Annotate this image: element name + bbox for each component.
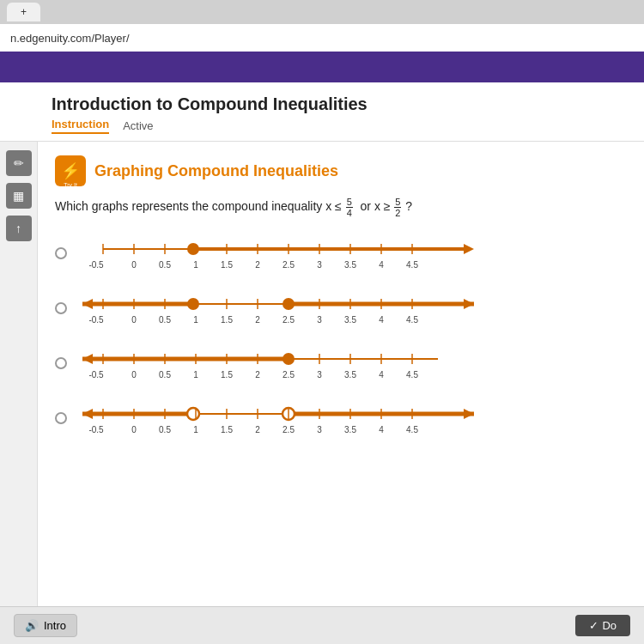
- section-title: Graphing Compound Inequalities: [94, 162, 338, 180]
- svg-text:1.5: 1.5: [221, 315, 233, 325]
- svg-text:-0.5: -0.5: [88, 370, 104, 380]
- svg-point-86: [187, 408, 199, 420]
- svg-text:-0.5: -0.5: [88, 425, 104, 434]
- svg-text:3.5: 3.5: [344, 260, 356, 270]
- svg-text:0.5: 0.5: [159, 260, 171, 270]
- svg-text:1.5: 1.5: [221, 260, 233, 270]
- purple-header-bar: [0, 52, 644, 82]
- svg-text:4: 4: [379, 260, 384, 270]
- radio-btn-2[interactable]: [55, 302, 67, 314]
- svg-text:3: 3: [317, 315, 322, 325]
- svg-text:4: 4: [379, 370, 384, 380]
- pencil-icon[interactable]: ✏: [6, 150, 32, 176]
- svg-text:3.5: 3.5: [344, 425, 356, 434]
- svg-point-3: [187, 243, 199, 255]
- option-row-3: -0.5 0 0.5 1 1.5 2 2.5 3 3.5 4 4.5: [55, 342, 627, 385]
- svg-text:0.5: 0.5: [159, 315, 171, 325]
- svg-point-31: [187, 298, 199, 310]
- svg-text:1: 1: [193, 260, 198, 270]
- svg-text:1.5: 1.5: [221, 370, 233, 380]
- options-list: -0.5 0 0.5 1 1.5 2 2.5 3 3.5 4 4.5: [55, 232, 627, 440]
- arrow-up-icon[interactable]: ↑: [6, 216, 32, 241]
- check-icon: ✓: [589, 619, 598, 632]
- number-line-1: -0.5 0 0.5 1 1.5 2 2.5 3 3.5 4 4.5: [77, 232, 627, 275]
- number-line-2: -0.5 0 0.5 1 1.5 2 2.5 3 3.5 4 4.5: [77, 287, 627, 330]
- svg-text:-0.5: -0.5: [88, 260, 104, 270]
- main-content: Introduction to Compound Inequalities In…: [0, 82, 644, 644]
- intro-button[interactable]: 🔊 Intro: [14, 614, 77, 637]
- svg-text:2: 2: [255, 315, 260, 325]
- calculator-icon[interactable]: ▦: [6, 183, 32, 209]
- radio-btn-4[interactable]: [55, 412, 67, 424]
- number-line-3: -0.5 0 0.5 1 1.5 2 2.5 3 3.5 4 4.5: [77, 342, 627, 385]
- svg-text:3: 3: [317, 260, 322, 270]
- svg-text:3.5: 3.5: [344, 370, 356, 380]
- fraction-54: 5 4: [346, 197, 353, 218]
- tab-bar: +: [0, 0, 644, 24]
- bottom-bar: 🔊 Intro ✓ Do: [0, 606, 644, 644]
- browser-tab[interactable]: +: [7, 3, 40, 21]
- address-bar[interactable]: n.edgenuity.com/Player/: [0, 24, 644, 52]
- svg-text:0: 0: [131, 315, 137, 325]
- content-wrapper: ✏ ▦ ↑ ⚡ Try It Graphing Compound Inequal…: [0, 142, 644, 606]
- svg-text:0: 0: [131, 260, 137, 270]
- tab-plus-icon[interactable]: +: [21, 6, 27, 18]
- svg-text:2.5: 2.5: [283, 315, 295, 325]
- svg-text:0.5: 0.5: [159, 425, 171, 434]
- browser-chrome: + n.edgenuity.com/Player/: [0, 0, 644, 52]
- lesson-area: ⚡ Try It Graphing Compound Inequalities …: [38, 142, 644, 606]
- option-row-2: -0.5 0 0.5 1 1.5 2 2.5 3 3.5 4 4.5: [55, 287, 627, 330]
- radio-btn-3[interactable]: [55, 357, 67, 369]
- svg-text:4.5: 4.5: [406, 425, 418, 434]
- done-button[interactable]: ✓ Do: [575, 615, 630, 636]
- option-row-4: -0.5 0 0.5 1 1.5 2 2.5 3 3.5 4 4.5: [55, 397, 627, 440]
- svg-text:1.5: 1.5: [221, 425, 233, 434]
- url-text: n.edgenuity.com/Player/: [10, 32, 130, 45]
- svg-text:2.5: 2.5: [283, 370, 295, 380]
- svg-text:3: 3: [317, 425, 322, 434]
- try-it-label: Try It: [64, 182, 77, 188]
- svg-text:2: 2: [255, 425, 260, 434]
- svg-text:1: 1: [193, 425, 198, 434]
- option-row-1: -0.5 0 0.5 1 1.5 2 2.5 3 3.5 4 4.5: [55, 232, 627, 275]
- speaker-icon: 🔊: [25, 619, 39, 632]
- try-it-header: ⚡ Try It Graphing Compound Inequalities: [55, 155, 627, 186]
- page-header: Introduction to Compound Inequalities In…: [0, 82, 644, 142]
- svg-text:4: 4: [379, 315, 384, 325]
- sidebar: ✏ ▦ ↑: [0, 142, 38, 606]
- svg-text:4.5: 4.5: [406, 315, 418, 325]
- fraction-52: 5 2: [394, 197, 401, 218]
- page-tabs: Instruction Active: [52, 118, 592, 134]
- svg-text:-0.5: -0.5: [88, 315, 104, 325]
- svg-text:0.5: 0.5: [159, 370, 171, 380]
- svg-text:1: 1: [193, 315, 198, 325]
- try-it-icon: ⚡ Try It: [55, 155, 86, 186]
- svg-text:0: 0: [131, 425, 137, 434]
- done-label: Do: [602, 619, 617, 632]
- svg-text:1: 1: [193, 370, 198, 380]
- radio-btn-1[interactable]: [55, 247, 67, 259]
- svg-text:2: 2: [255, 260, 260, 270]
- svg-text:0: 0: [131, 370, 137, 380]
- tab-active[interactable]: Active: [123, 119, 153, 132]
- svg-text:4: 4: [379, 425, 384, 434]
- intro-label: Intro: [44, 619, 66, 632]
- svg-text:4.5: 4.5: [406, 260, 418, 270]
- svg-text:3: 3: [317, 370, 322, 380]
- svg-text:3.5: 3.5: [344, 315, 356, 325]
- svg-text:2.5: 2.5: [283, 425, 295, 434]
- number-line-4: -0.5 0 0.5 1 1.5 2 2.5 3 3.5 4 4.5: [77, 397, 627, 440]
- svg-marker-1: [464, 244, 474, 254]
- svg-text:4.5: 4.5: [406, 370, 418, 380]
- question-text: Which graphs represents the compound ine…: [55, 197, 627, 218]
- svg-text:2.5: 2.5: [283, 260, 295, 270]
- page-title: Introduction to Compound Inequalities: [52, 94, 592, 114]
- svg-text:2: 2: [255, 370, 260, 380]
- tab-instruction[interactable]: Instruction: [52, 118, 109, 134]
